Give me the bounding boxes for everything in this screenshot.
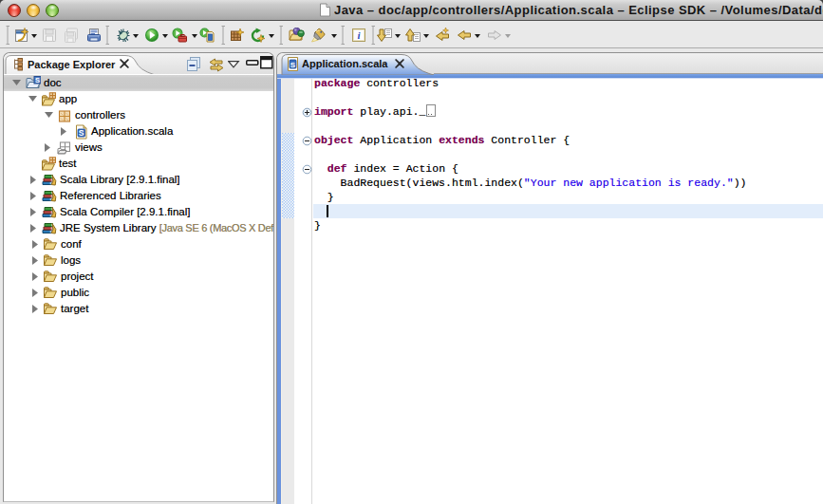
svg-text:S: S: [290, 61, 296, 69]
